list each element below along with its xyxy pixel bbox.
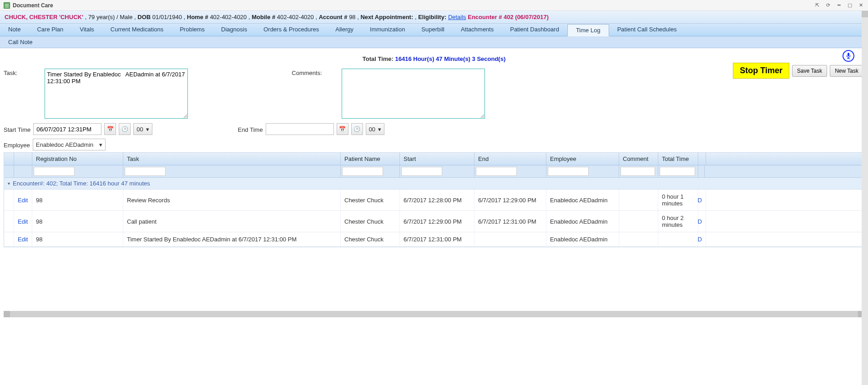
tab-patient-call-schedules[interactable]: Patient Call Schedules bbox=[609, 24, 685, 36]
chevron-down-icon: ▾ bbox=[146, 126, 149, 133]
tab-problems[interactable]: Problems bbox=[172, 24, 213, 36]
tab-care-plan[interactable]: Care Plan bbox=[29, 24, 71, 36]
end-calendar-icon[interactable]: 📅 bbox=[337, 123, 348, 135]
vertical-scrollbar[interactable] bbox=[862, 11, 868, 320]
end-clock-icon[interactable]: 🕒 bbox=[351, 123, 363, 135]
chevron-down-icon: ▾ bbox=[378, 126, 381, 133]
tab-vitals[interactable]: Vitals bbox=[71, 24, 102, 36]
dob-label: DOB bbox=[137, 14, 151, 20]
cell-comment bbox=[619, 232, 658, 246]
col-patient-name[interactable]: Patient Name bbox=[341, 153, 400, 165]
filter-patient-name[interactable] bbox=[342, 167, 383, 176]
tab-attachments[interactable]: Attachments bbox=[453, 24, 502, 36]
filter-task[interactable] bbox=[125, 167, 166, 176]
patient-age: 79 year(s) bbox=[88, 14, 115, 20]
edit-link[interactable]: Edit bbox=[18, 236, 28, 243]
cell-end: 6/7/2017 12:29:00 PM bbox=[474, 190, 546, 210]
filter-employee[interactable] bbox=[548, 167, 589, 176]
cell-comment bbox=[619, 211, 658, 232]
delete-link[interactable]: D bbox=[698, 197, 702, 204]
group-row[interactable]: ▾ Encounter#: 402; Total Time: 16416 hou… bbox=[4, 178, 868, 190]
refresh-icon[interactable]: ⟳ bbox=[824, 2, 832, 9]
cell-start: 6/7/2017 12:31:00 PM bbox=[400, 232, 474, 246]
tab-orders-procedures[interactable]: Orders & Procedures bbox=[255, 24, 327, 36]
col-comment[interactable]: Comment bbox=[619, 153, 658, 165]
col-employee[interactable]: Employee bbox=[546, 153, 619, 165]
cell-total-time: 0 hour 2 minutes bbox=[658, 211, 698, 232]
svg-rect-0 bbox=[848, 53, 849, 56]
cell-patient-name: Chester Chuck bbox=[341, 232, 400, 246]
encounter-date: (06/07/2017) bbox=[515, 14, 549, 20]
encounter-label: Encounter # 402 bbox=[468, 14, 513, 20]
table-row: Edit98Call patientChester Chuck6/7/2017 … bbox=[4, 211, 868, 232]
cell-task: Call patient bbox=[123, 211, 341, 232]
comments-label: Comments: bbox=[292, 69, 323, 119]
tab-time-log[interactable]: Time Log bbox=[567, 24, 609, 36]
eligibility-details-link[interactable]: Details bbox=[448, 14, 466, 20]
task-textarea[interactable] bbox=[45, 69, 188, 119]
end-seconds-select[interactable]: 00 ▾ bbox=[366, 123, 384, 135]
voice-icon[interactable] bbox=[843, 50, 854, 62]
col-registration-no[interactable]: Registration No bbox=[32, 153, 123, 165]
edit-link[interactable]: Edit bbox=[18, 197, 28, 204]
scroll-up-icon[interactable] bbox=[862, 11, 868, 17]
close-icon[interactable]: ✕ bbox=[857, 2, 864, 9]
col-end[interactable]: End bbox=[474, 153, 546, 165]
col-total-time[interactable]: Total Time bbox=[658, 153, 698, 165]
stop-timer-button[interactable]: Stop Timer bbox=[733, 63, 789, 79]
tab-call-note[interactable]: Call Note bbox=[0, 36, 40, 48]
tab-row-2: Call Note bbox=[0, 36, 868, 48]
dob-value: 01/01/1940 bbox=[152, 14, 182, 20]
grid-filter-row bbox=[4, 165, 868, 178]
home-value: 402-402-4020 bbox=[210, 14, 247, 20]
filter-comment[interactable] bbox=[621, 167, 655, 176]
tab-patient-dashboard[interactable]: Patient Dashboard bbox=[502, 24, 567, 36]
tab-allergy[interactable]: Allergy bbox=[327, 24, 362, 36]
end-time-input[interactable] bbox=[266, 123, 334, 135]
col-task[interactable]: Task bbox=[123, 153, 341, 165]
filter-total-time[interactable] bbox=[660, 167, 695, 176]
col-start[interactable]: Start bbox=[400, 153, 474, 165]
cell-registration-no: 98 bbox=[32, 190, 123, 210]
cell-employee: Enabledoc AEDadmin bbox=[546, 232, 619, 246]
cell-end: 6/7/2017 12:31:00 PM bbox=[474, 211, 546, 232]
home-label: Home # bbox=[187, 14, 208, 20]
delete-link[interactable]: D bbox=[698, 236, 702, 243]
chevron-down-icon: ▾ bbox=[99, 141, 102, 148]
start-seconds-select[interactable]: 00 ▾ bbox=[133, 123, 152, 135]
tab-diagnosis[interactable]: Diagnosis bbox=[213, 24, 255, 36]
minimize-icon[interactable]: ━ bbox=[835, 2, 843, 9]
cell-end bbox=[474, 232, 546, 246]
save-task-button[interactable]: Save Task bbox=[792, 65, 827, 77]
table-row: Edit98Timer Started By Enabledoc AEDadmi… bbox=[4, 232, 868, 247]
filter-registration-no[interactable] bbox=[34, 167, 75, 176]
next-appointment-label: Next Appointment: bbox=[360, 14, 413, 20]
filter-start[interactable] bbox=[401, 167, 442, 176]
start-time-input[interactable] bbox=[33, 123, 101, 135]
account-label: Account # bbox=[319, 14, 348, 20]
start-clock-icon[interactable]: 🕒 bbox=[119, 123, 131, 135]
filter-end[interactable] bbox=[476, 167, 517, 176]
tab-superbill[interactable]: Superbill bbox=[413, 24, 453, 36]
time-log-grid: Registration No Task Patient Name Start … bbox=[4, 152, 868, 247]
employee-select[interactable]: Enabledoc AEDadmin ▾ bbox=[33, 139, 106, 150]
scroll-left-icon[interactable] bbox=[4, 311, 10, 317]
delete-link[interactable]: D bbox=[698, 218, 702, 225]
total-time-label: Total Time: bbox=[363, 55, 394, 62]
tab-immunization[interactable]: Immunization bbox=[362, 24, 413, 36]
tab-note[interactable]: Note bbox=[0, 24, 29, 36]
comments-textarea[interactable] bbox=[342, 69, 485, 119]
tab-current-medications[interactable]: Current Medications bbox=[102, 24, 172, 36]
collapse-icon[interactable]: ▾ bbox=[8, 181, 10, 186]
titlebar: Document Care ⇱ ⟳ ━ ▢ ✕ bbox=[0, 0, 868, 11]
cell-start: 6/7/2017 12:28:00 PM bbox=[400, 190, 474, 210]
edit-link[interactable]: Edit bbox=[18, 218, 28, 225]
cell-patient-name: Chester Chuck bbox=[341, 190, 400, 210]
start-calendar-icon[interactable]: 📅 bbox=[104, 123, 116, 135]
cell-comment bbox=[619, 190, 658, 210]
horizontal-scrollbar[interactable] bbox=[4, 311, 864, 317]
maximize-icon[interactable]: ▢ bbox=[846, 2, 853, 9]
new-task-button[interactable]: New Task bbox=[830, 65, 863, 77]
pin-icon[interactable]: ⇱ bbox=[813, 2, 821, 9]
patient-name: CHUCK, CHESTER 'CHUCK' bbox=[5, 14, 83, 20]
